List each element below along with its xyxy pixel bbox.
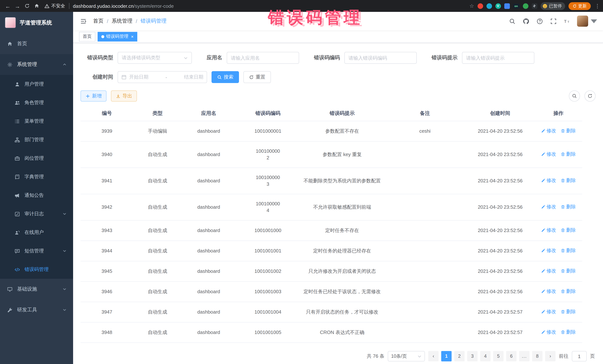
browser-menu-kebab-icon[interactable]: ⋮ — [595, 3, 600, 9]
sidebar-item-online-user[interactable]: 在线用户 — [0, 223, 73, 242]
sidebar-item-megaphone[interactable]: 通知公告 — [0, 186, 73, 205]
create-time-range-picker[interactable]: 开始日期 - 结束日期 — [118, 71, 207, 83]
export-button[interactable]: 导出 — [111, 90, 137, 101]
tag-1[interactable]: 错误码管理× — [98, 32, 137, 41]
edit-link[interactable]: 修改 — [541, 128, 556, 134]
paused-badge[interactable]: 已暂停 — [541, 2, 565, 10]
delete-link[interactable]: 删除 — [561, 151, 576, 157]
extension-icon-grid[interactable] — [504, 3, 510, 9]
sidebar-toggle[interactable] — [79, 17, 87, 25]
goto-page-input[interactable] — [572, 351, 587, 361]
add-button[interactable]: 新增 — [81, 90, 106, 101]
page-button-8[interactable]: 8 — [532, 351, 543, 361]
page-button-6[interactable]: 6 — [506, 351, 517, 361]
delete-link[interactable]: 删除 — [561, 203, 576, 210]
extension-icon-on[interactable]: on — [513, 3, 519, 8]
toolbar-right — [569, 90, 596, 101]
delete-link[interactable]: 删除 — [561, 268, 576, 274]
breadcrumb-item-1[interactable]: 系统管理 — [112, 18, 132, 24]
close-icon[interactable]: × — [131, 34, 134, 39]
cell-app: dashboard — [182, 121, 235, 141]
delete-link[interactable]: 删除 — [561, 177, 576, 184]
edit-link[interactable]: 修改 — [541, 151, 556, 157]
edit-link[interactable]: 修改 — [541, 203, 556, 210]
delete-link[interactable]: 删除 — [561, 309, 576, 315]
page-button-5[interactable]: 5 — [493, 351, 504, 361]
sidebar-item-users[interactable]: 角色管理 — [0, 93, 73, 112]
edit-link[interactable]: 修改 — [541, 288, 556, 295]
sidebar-item-menu-list[interactable]: 菜单管理 — [0, 112, 73, 131]
error-hint-input[interactable] — [462, 52, 534, 64]
home-button[interactable] — [32, 1, 42, 11]
search-icon[interactable] — [508, 17, 516, 25]
cell-hint: 只有开启状态的任务，才可以修改 — [300, 302, 384, 322]
sidebar-item-briefcase[interactable]: 岗位管理 — [0, 149, 73, 167]
address-bar[interactable]: dashboard.yudao.iocoder.cn/system/error-… — [73, 3, 174, 9]
next-page-button[interactable]: › — [545, 351, 556, 361]
sidebar-item-book[interactable]: 字典管理 — [0, 167, 73, 186]
extension-icon-puzzle[interactable] — [532, 3, 537, 9]
reset-button[interactable]: 重置 — [244, 71, 271, 83]
forward-button[interactable]: → — [13, 1, 22, 11]
edit-link[interactable]: 修改 — [541, 329, 556, 335]
more-pages-button[interactable]: ... — [519, 351, 530, 361]
page-size-select[interactable]: 10条/页 — [388, 351, 425, 361]
search-button[interactable]: 搜索 — [211, 71, 239, 83]
main-area: 首页/系统管理/错误码管理 TT — [73, 12, 603, 364]
page-button-1[interactable]: 1 — [441, 351, 452, 361]
cell-remark — [384, 141, 466, 168]
reload-button[interactable] — [22, 1, 32, 11]
extension-icon-red[interactable] — [477, 3, 483, 9]
sidebar-item-infra[interactable]: 基础设施 — [0, 279, 73, 299]
extension-icon-drop[interactable] — [486, 3, 492, 9]
sidebar-item-code[interactable]: 错误码管理 — [0, 260, 73, 279]
edit-link[interactable]: 修改 — [541, 247, 556, 254]
delete-link[interactable]: 删除 — [561, 227, 576, 233]
breadcrumb-item-0[interactable]: 首页 — [93, 18, 104, 24]
extension-icon-v[interactable]: V — [495, 3, 501, 9]
github-icon[interactable] — [522, 17, 530, 25]
tag-0[interactable]: 首页 — [79, 32, 95, 41]
page-button-4[interactable]: 4 — [480, 351, 491, 361]
sidebar-item-log[interactable]: 审计日志 — [0, 205, 73, 223]
warning-triangle-icon — [45, 3, 49, 8]
bookmark-star-icon[interactable]: ☆ — [469, 3, 474, 9]
back-button[interactable]: ← — [3, 1, 13, 11]
cell-type: 自动生成 — [133, 302, 182, 322]
update-refresh-icon — [573, 4, 577, 8]
edit-link[interactable]: 修改 — [541, 268, 556, 274]
toggle-search-button[interactable] — [569, 90, 580, 101]
security-warning[interactable]: 不安全 — [45, 3, 65, 9]
error-code-input[interactable] — [344, 52, 417, 64]
sidebar-item-home[interactable]: 首页 — [0, 33, 73, 54]
edit-link[interactable]: 修改 — [541, 177, 556, 184]
chevron-down-icon — [184, 56, 188, 60]
delete-link[interactable]: 删除 — [561, 329, 576, 335]
page-button-2[interactable]: 2 — [454, 351, 464, 361]
delete-link[interactable]: 删除 — [561, 128, 576, 134]
sidebar-item-label: 岗位管理 — [24, 155, 44, 162]
sidebar-item-tools[interactable]: 研发工具 — [0, 299, 73, 320]
sidebar-item-sms[interactable]: 短信管理 — [0, 242, 73, 260]
edit-link[interactable]: 修改 — [541, 309, 556, 315]
sidebar-item-gear[interactable]: 系统管理 — [0, 54, 73, 75]
table-row: 3945自动生成dashboard1001001002只允许修改为开启或者关闭状… — [81, 261, 582, 282]
sidebar-item-org-tree[interactable]: 部门管理 — [0, 131, 73, 149]
delete-link[interactable]: 删除 — [561, 288, 576, 295]
sidebar-item-user[interactable]: 用户管理 — [0, 75, 73, 93]
app-name-input[interactable] — [227, 52, 299, 64]
font-size-icon[interactable]: TT — [563, 17, 571, 25]
delete-link[interactable]: 删除 — [561, 247, 576, 254]
edit-link[interactable]: 修改 — [541, 227, 556, 233]
prev-page-button[interactable]: ‹ — [428, 351, 439, 361]
app-logo[interactable]: 芋道管理系统 — [0, 12, 73, 33]
refresh-button[interactable] — [584, 90, 596, 101]
extension-icon-leaf[interactable] — [523, 3, 528, 9]
error-type-select[interactable]: 请选择错误码类型 — [118, 52, 192, 64]
help-icon[interactable] — [536, 17, 543, 25]
page-button-3[interactable]: 3 — [467, 351, 477, 361]
fullscreen-icon[interactable] — [550, 17, 557, 25]
user-menu[interactable] — [577, 16, 597, 27]
update-button[interactable]: 更新 — [568, 2, 591, 10]
annotation-overlay-title: 错误码管理 — [268, 7, 362, 29]
